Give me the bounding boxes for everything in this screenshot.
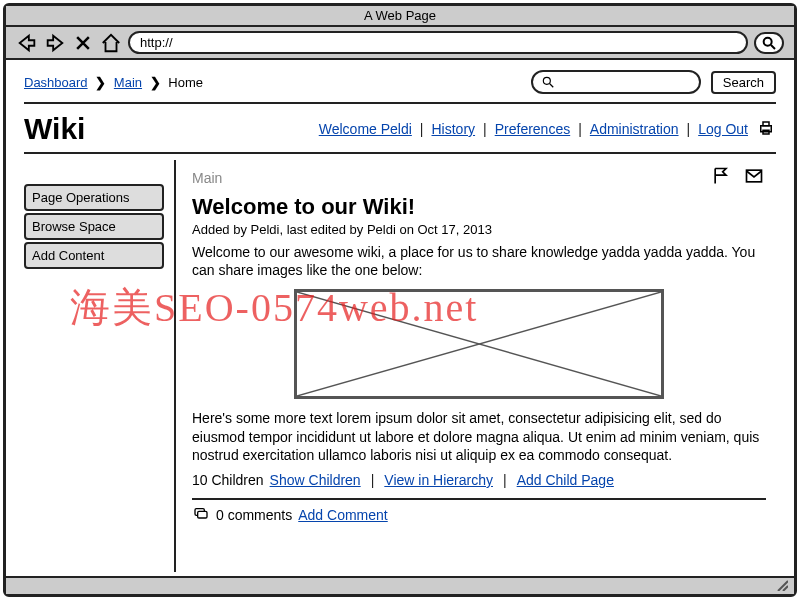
crumb-home: Home xyxy=(168,75,203,90)
search-input[interactable] xyxy=(531,70,701,94)
crumb-main[interactable]: Main xyxy=(114,75,142,90)
status-bar xyxy=(6,576,794,594)
lorem-text: Here's some more text lorem ipsum dolor … xyxy=(192,409,766,464)
divider xyxy=(24,102,776,104)
browser-window: A Web Page http:// Dashboard ❯ Main ❯ Ho… xyxy=(3,3,797,597)
add-comment-link[interactable]: Add Comment xyxy=(298,507,387,523)
url-input[interactable]: http:// xyxy=(128,31,748,54)
comments-row: 0 comments Add Comment xyxy=(192,498,766,525)
mail-icon[interactable] xyxy=(742,166,766,190)
sidebar-page-operations[interactable]: Page Operations xyxy=(24,184,164,211)
space-label: Main xyxy=(192,170,222,186)
nav-welcome[interactable]: Welcome Peldi xyxy=(319,121,412,137)
image-placeholder xyxy=(294,289,664,399)
nav-logout[interactable]: Log Out xyxy=(698,121,748,137)
svg-rect-5 xyxy=(763,122,769,126)
toolbar-search-icon[interactable] xyxy=(754,32,784,54)
intro-text: Welcome to our awesome wiki, a place for… xyxy=(192,243,766,279)
svg-line-1 xyxy=(771,45,775,49)
svg-line-12 xyxy=(778,581,788,591)
children-count: 10 Children xyxy=(192,472,264,488)
view-hierarchy-link[interactable]: View in Hierarchy xyxy=(384,472,493,488)
forward-icon[interactable] xyxy=(44,32,66,54)
add-child-link[interactable]: Add Child Page xyxy=(517,472,614,488)
crumb-dashboard[interactable]: Dashboard xyxy=(24,75,88,90)
svg-point-2 xyxy=(543,77,550,84)
site-title: Wiki xyxy=(24,112,85,146)
breadcrumb: Dashboard ❯ Main ❯ Home xyxy=(24,75,203,90)
chevron-right-icon: ❯ xyxy=(95,75,106,90)
flag-icon[interactable] xyxy=(710,166,732,190)
sidebar: Page Operations Browse Space Add Content xyxy=(24,160,174,572)
stop-icon[interactable] xyxy=(72,32,94,54)
divider xyxy=(24,152,776,154)
children-row: 10 Children Show Children | View in Hier… xyxy=(192,472,766,488)
window-title: A Web Page xyxy=(6,6,794,27)
page-byline: Added by Peldi, last edited by Peldi on … xyxy=(192,222,766,237)
sidebar-browse-space[interactable]: Browse Space xyxy=(24,213,164,240)
page-content: Dashboard ❯ Main ❯ Home Search Wiki Welc… xyxy=(6,60,794,576)
browser-toolbar: http:// xyxy=(6,27,794,60)
search-button[interactable]: Search xyxy=(711,71,776,94)
chevron-right-icon: ❯ xyxy=(150,75,161,90)
wiki-page: Main Welcome to our Wiki! Added by Peldi… xyxy=(174,160,776,572)
svg-point-0 xyxy=(764,37,772,45)
page-title: Welcome to our Wiki! xyxy=(192,194,766,220)
print-icon[interactable] xyxy=(756,119,776,140)
sidebar-add-content[interactable]: Add Content xyxy=(24,242,164,269)
svg-line-13 xyxy=(783,586,788,591)
search-icon xyxy=(541,75,555,89)
nav-preferences[interactable]: Preferences xyxy=(495,121,570,137)
svg-rect-11 xyxy=(198,511,207,518)
comment-icon xyxy=(192,506,210,525)
top-nav: Welcome Peldi | History | Preferences | … xyxy=(319,119,776,140)
nav-history[interactable]: History xyxy=(432,121,476,137)
nav-administration[interactable]: Administration xyxy=(590,121,679,137)
svg-line-3 xyxy=(550,84,554,88)
resize-grip-icon[interactable] xyxy=(776,577,788,595)
comments-count: 0 comments xyxy=(216,507,292,523)
show-children-link[interactable]: Show Children xyxy=(270,472,361,488)
home-icon[interactable] xyxy=(100,32,122,54)
back-icon[interactable] xyxy=(16,32,38,54)
